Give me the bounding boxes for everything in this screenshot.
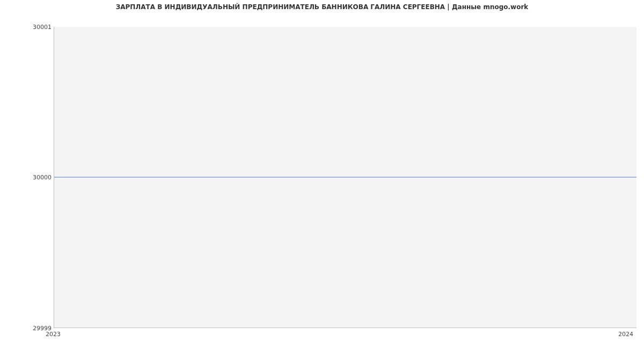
chart-title: ЗАРПЛАТА В ИНДИВИДУАЛЬНЫЙ ПРЕДПРИНИМАТЕЛ… <box>0 3 644 11</box>
plot-area <box>54 27 636 328</box>
salary-line-chart: ЗАРПЛАТА В ИНДИВИДУАЛЬНЫЙ ПРЕДПРИНИМАТЕЛ… <box>0 0 644 349</box>
series-line <box>54 177 636 178</box>
x-tick-label: 2024 <box>618 331 633 338</box>
y-tick-label: 30000 <box>33 174 52 181</box>
x-tick-label: 2023 <box>46 331 61 338</box>
y-tick-label: 30001 <box>33 24 52 31</box>
